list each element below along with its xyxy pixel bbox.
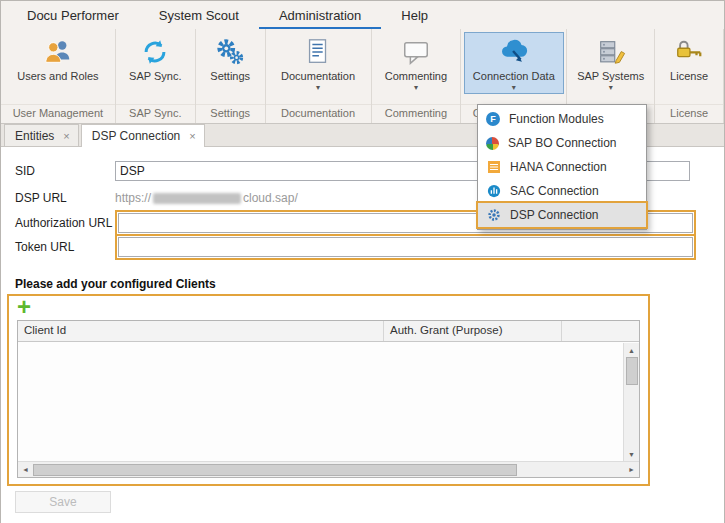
ribbon-button-label: Settings: [210, 70, 250, 83]
tab-entities[interactable]: Entities ×: [4, 124, 79, 146]
ribbon-group-documentation: Documentation ▾ Documentation: [266, 29, 372, 123]
token-url-row: Token URL: [1, 234, 724, 260]
sap-systems-icon: [596, 36, 626, 68]
sid-label: SID: [15, 164, 115, 178]
function-modules-icon: F: [486, 112, 500, 126]
redacted-url-segment: [153, 193, 241, 204]
close-icon[interactable]: ×: [63, 130, 69, 142]
ribbon-button-label: Users and Roles: [17, 70, 98, 83]
dsp-url-value: https://cloud.sap/: [115, 191, 298, 205]
clients-table-body: [18, 342, 639, 446]
authorization-url-label: Authorization URL: [15, 216, 115, 230]
ribbon-group-caption: SAP Sync.: [116, 104, 195, 123]
add-client-button[interactable]: +: [17, 298, 37, 318]
menu-item-sap-bo-connection[interactable]: SAP BO Connection: [478, 131, 646, 155]
ribbon-group-caption: Documentation: [266, 104, 371, 123]
dsp-url-label: DSP URL: [15, 191, 115, 205]
settings-gears-icon: [215, 36, 245, 68]
ribbon-group-caption: License: [655, 104, 723, 123]
menu-item-label: SAC Connection: [510, 184, 599, 198]
chevron-down-icon: ▾: [414, 84, 418, 92]
scroll-down-icon[interactable]: ▼: [624, 447, 639, 461]
ribbon-group-license: License License: [655, 29, 724, 123]
ribbon-button-label: License: [670, 70, 708, 83]
ribbon-group-caption: User Management: [1, 104, 115, 123]
chevron-down-icon: ▾: [316, 84, 320, 92]
column-header-client-id[interactable]: Client Id: [18, 321, 384, 341]
scroll-left-icon[interactable]: ◄: [18, 466, 33, 473]
license-key-icon: [674, 36, 704, 68]
token-url-input[interactable]: [118, 237, 693, 257]
users-and-roles-button[interactable]: Users and Roles: [8, 32, 107, 85]
sync-icon: [140, 36, 170, 68]
token-url-label: Token URL: [15, 240, 115, 254]
ribbon-button-label: Documentation: [281, 70, 355, 83]
clients-annotation-box: + Client Id Auth. Grant (Purpose) ▲ ▼ ◄: [7, 294, 650, 486]
settings-button[interactable]: Settings: [201, 32, 259, 85]
menu-docu-performer[interactable]: Docu Performer: [7, 1, 139, 29]
column-header-filler: [562, 321, 639, 341]
license-button[interactable]: License: [661, 32, 717, 85]
annotation-box-token-url: [115, 234, 696, 260]
sap-sync-button[interactable]: SAP Sync.: [120, 32, 190, 85]
menu-system-scout[interactable]: System Scout: [139, 1, 259, 29]
save-button[interactable]: Save: [15, 491, 111, 513]
ribbon-group-user-management: Users and Roles User Management: [1, 29, 116, 123]
vertical-scroll-thumb[interactable]: [626, 357, 638, 385]
menu-administration[interactable]: Administration: [259, 1, 381, 29]
comment-bubble-icon: [401, 36, 431, 68]
documentation-button[interactable]: Documentation ▾: [272, 32, 364, 94]
tab-label: DSP Connection: [92, 129, 181, 143]
menu-item-hana-connection[interactable]: HANA Connection: [478, 155, 646, 179]
ribbon-group-sap-sync: SAP Sync. SAP Sync.: [116, 29, 196, 123]
ribbon-group-commenting: Commenting ▾ Commenting: [372, 29, 462, 123]
scroll-up-icon[interactable]: ▲: [624, 343, 639, 357]
ribbon-button-label: Connection Data: [473, 70, 555, 83]
chevron-down-icon: ▾: [512, 84, 516, 92]
dsp-gear-icon: [486, 208, 501, 223]
vertical-scrollbar[interactable]: ▲ ▼: [623, 343, 639, 461]
clients-table-header: Client Id Auth. Grant (Purpose): [18, 321, 639, 342]
users-icon: [43, 36, 73, 68]
document-icon: [303, 36, 333, 68]
connection-data-dropdown: F Function Modules SAP BO Connection HAN…: [477, 104, 647, 230]
ribbon-button-label: SAP Sync.: [129, 70, 181, 83]
horizontal-scrollbar[interactable]: ◄ ►: [18, 461, 639, 477]
menu-item-label: SAP BO Connection: [508, 136, 617, 150]
menu-item-label: DSP Connection: [510, 208, 599, 222]
menu-item-function-modules[interactable]: F Function Modules: [478, 107, 646, 131]
clients-table: Client Id Auth. Grant (Purpose) ▲ ▼ ◄ ►: [17, 320, 640, 478]
connection-cloud-icon: [499, 36, 529, 68]
tab-dsp-connection[interactable]: DSP Connection ×: [81, 124, 205, 147]
menu-item-label: Function Modules: [509, 112, 604, 126]
ribbon-group-settings: Settings Settings: [196, 29, 266, 123]
menu-item-dsp-connection[interactable]: DSP Connection: [478, 203, 646, 227]
ribbon-button-label: SAP Systems: [577, 70, 644, 83]
ribbon-button-label: Commenting: [385, 70, 447, 83]
connection-data-button[interactable]: Connection Data ▾: [464, 32, 564, 94]
commenting-button[interactable]: Commenting ▾: [376, 32, 456, 94]
column-header-auth-grant[interactable]: Auth. Grant (Purpose): [384, 321, 562, 341]
sap-bo-pie-icon: [486, 137, 499, 150]
hana-list-icon: [486, 160, 501, 175]
menu-help[interactable]: Help: [381, 1, 448, 29]
app-window: Docu Performer System Scout Administrati…: [0, 0, 725, 523]
chevron-down-icon: ▾: [609, 84, 613, 92]
clients-heading: Please add your configured Clients: [15, 277, 724, 291]
tab-label: Entities: [15, 129, 54, 143]
sap-systems-button[interactable]: SAP Systems ▾: [568, 32, 653, 94]
ribbon-group-caption: Settings: [196, 104, 265, 123]
sac-chart-icon: [486, 184, 501, 199]
ribbon-group-caption: Commenting: [372, 104, 461, 123]
menubar: Docu Performer System Scout Administrati…: [1, 1, 724, 29]
horizontal-scroll-thumb[interactable]: [33, 464, 517, 476]
menu-item-sac-connection[interactable]: SAC Connection: [478, 179, 646, 203]
menu-item-label: HANA Connection: [510, 160, 607, 174]
close-icon[interactable]: ×: [189, 130, 195, 142]
scroll-right-icon[interactable]: ►: [624, 466, 639, 473]
